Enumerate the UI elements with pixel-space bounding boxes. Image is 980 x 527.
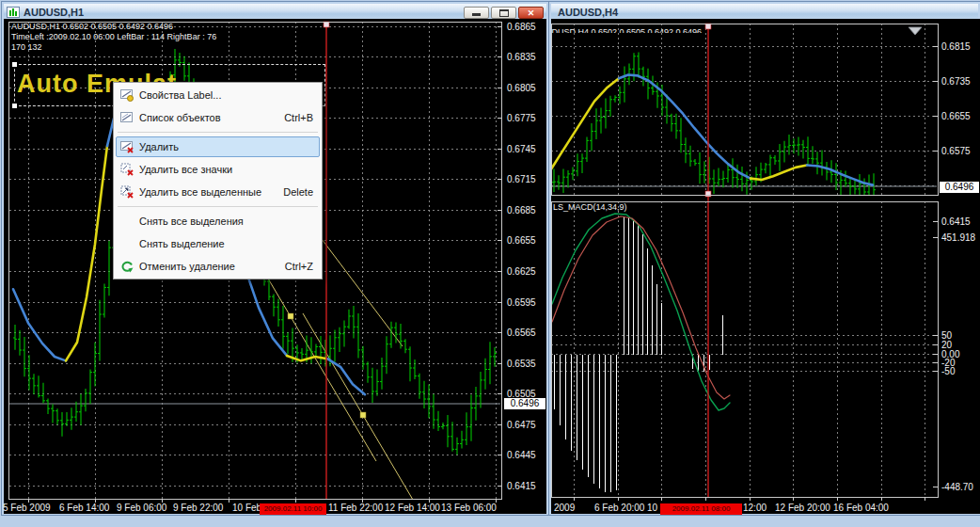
menu-item-deselect-all[interactable]: Снять все выделения bbox=[114, 210, 322, 232]
menu-item-label: Снять выделение bbox=[139, 238, 313, 249]
right-price-axis-label: -50 bbox=[941, 366, 955, 376]
left-time-axis-label: 5 Feb 2009 bbox=[3, 503, 51, 513]
menu-item-delete-all-icons[interactable]: Удалить все значки bbox=[114, 158, 322, 181]
left-window-title: AUDUSD,H1 bbox=[24, 7, 462, 18]
left-time-axis-label: 11 Feb 22:00 bbox=[328, 503, 383, 513]
right-price-axis-label: 0.6655 bbox=[941, 111, 971, 121]
right-time-axis-label: 16 Feb 04:00 bbox=[833, 503, 889, 513]
left-price-axis-label: 0.6805 bbox=[507, 83, 536, 93]
left-window-titlebar[interactable]: AUDUSD,H1 ✕ bbox=[4, 4, 546, 21]
chart-window-icon bbox=[7, 7, 20, 18]
left-price-axis-label: 0.6595 bbox=[507, 297, 536, 308]
left-price-axis-label: 0.6865 bbox=[507, 22, 536, 32]
menu-item-label: Отменить удаление bbox=[139, 261, 285, 272]
objects-list-icon bbox=[114, 110, 139, 125]
menu-item-delete-all-selected[interactable]: Удалить все выделенныеDelete bbox=[114, 181, 322, 203]
menu-item-deselect[interactable]: Снять выделение bbox=[114, 232, 322, 255]
left-price-axis-label: 0.6565 bbox=[507, 327, 536, 338]
menu-item-label: Список объектов bbox=[139, 112, 284, 123]
undo-icon bbox=[114, 259, 139, 274]
left-price-axis-label: 0.6715 bbox=[507, 174, 536, 184]
left-price-axis-label: 0.6445 bbox=[507, 450, 536, 460]
right-price-axis-label: 0.6815 bbox=[941, 41, 971, 52]
selection-handle[interactable] bbox=[12, 104, 17, 108]
close-button[interactable]: ✕ bbox=[518, 7, 544, 19]
selection-handle[interactable] bbox=[12, 62, 17, 67]
chart-window-audusd-h4: AUDUSD,H4 bbox=[549, 2, 980, 515]
menu-item-shortcut: Delete bbox=[283, 186, 313, 198]
right-ohlc-info-clip: AUDUSD,H4 0.6502 0.6505 0.6492 0.6496 bbox=[551, 22, 927, 33]
right-ohlc-info: AUDUSD,H4 0.6502 0.6505 0.6492 0.6496 bbox=[551, 27, 702, 33]
mt4-workspace: AUDUSD,H1 ✕ AUDUSD,H4 AUDUSD,H1 0.6502 0… bbox=[0, 0, 980, 527]
left-price-axis-label: 0.6535 bbox=[507, 359, 536, 369]
left-ohlc-info: AUDUSD,H1 0.6502 0.6505 0.6492 0.6496 bbox=[11, 22, 173, 32]
context-menu: Свойства Label...Список объектовCtrl+BУд… bbox=[113, 82, 323, 279]
menu-item-label: Удалить все выделенные bbox=[139, 186, 283, 198]
menu-item-shortcut: Ctrl+B bbox=[284, 112, 313, 123]
right-price-axis-label: 0.6415 bbox=[941, 216, 971, 227]
delete-icons-icon bbox=[114, 162, 139, 177]
menu-item-delete[interactable]: Удалить bbox=[114, 136, 322, 158]
macd-indicator-label: LS_MACD(14,34,9) bbox=[553, 202, 627, 213]
right-time-axis-label: 6 Feb 20:00 bbox=[594, 503, 644, 513]
left-time-axis-label: 6 Feb 14:00 bbox=[59, 503, 109, 513]
left-price-axis-label: 0.6625 bbox=[507, 266, 536, 277]
left-time-axis-label: 12 Feb 14:00 bbox=[385, 503, 440, 513]
menu-item-label: Свойства Label... bbox=[139, 89, 313, 101]
left-red-time-label: 2009.02.11 10:00 bbox=[260, 503, 326, 515]
left-price-axis-label: 0.6745 bbox=[507, 144, 536, 154]
right-time-axis-label: 2009 bbox=[554, 503, 575, 513]
right-price-axis-label: 0.6575 bbox=[941, 146, 971, 156]
left-time-axis-label: 9 Feb 22:00 bbox=[173, 503, 223, 513]
right-price-axis-label: 0.6735 bbox=[941, 76, 971, 87]
left-time-axis-label: 13 Feb 06:00 bbox=[441, 503, 497, 513]
right-price-axis-label: 451.918 bbox=[941, 232, 975, 243]
right-time-axis-label: 12:00 bbox=[743, 503, 767, 513]
left-indicator-info2: 170 132 bbox=[11, 42, 42, 53]
menu-item-objects-list[interactable]: Список объектовCtrl+B bbox=[114, 106, 322, 129]
left-price-axis-label: 0.6835 bbox=[507, 52, 536, 62]
right-price-axis-label: -448.70 bbox=[941, 482, 973, 492]
right-window-titlebar[interactable]: AUDUSD,H4 bbox=[551, 4, 978, 21]
right-current-price-box: 0.6496 bbox=[939, 181, 980, 194]
right-red-time-label: 2009.02.11 08:00 bbox=[660, 503, 742, 515]
menu-item-label: Снять все выделения bbox=[139, 216, 313, 227]
menu-item-label: Удалить bbox=[139, 141, 313, 152]
left-time-axis-label: 9 Feb 06:00 bbox=[117, 503, 166, 513]
menu-item-shortcut: Ctrl+Z bbox=[285, 261, 313, 272]
left-current-price-box: 0.6496 bbox=[503, 397, 546, 410]
delete-object-icon bbox=[114, 139, 139, 154]
label-properties-icon bbox=[114, 88, 139, 103]
left-price-axis-label: 0.6685 bbox=[507, 205, 536, 216]
minimize-button[interactable] bbox=[464, 7, 489, 19]
menu-separator bbox=[114, 129, 322, 136]
right-window-title: AUDUSD,H4 bbox=[558, 7, 975, 18]
delete-selected-icon bbox=[114, 184, 139, 200]
menu-separator bbox=[114, 203, 322, 210]
left-price-axis-label: 0.6775 bbox=[507, 113, 536, 123]
menu-item-undo-delete[interactable]: Отменить удалениеCtrl+Z bbox=[114, 255, 322, 278]
left-indicator-info: TimeLeft :2009.02.10 06:00 LeftBar : 114… bbox=[11, 32, 216, 42]
right-time-axis-label: 12 Feb 20:00 bbox=[775, 503, 830, 513]
left-price-axis-label: 0.6415 bbox=[507, 481, 536, 491]
menu-item-label: Удалить все значки bbox=[139, 164, 313, 175]
menu-item-label-properties[interactable]: Свойства Label... bbox=[114, 84, 322, 106]
left-price-axis-label: 0.6475 bbox=[507, 420, 536, 430]
left-price-axis-label: 0.6655 bbox=[507, 235, 536, 246]
restore-button[interactable] bbox=[491, 7, 516, 19]
